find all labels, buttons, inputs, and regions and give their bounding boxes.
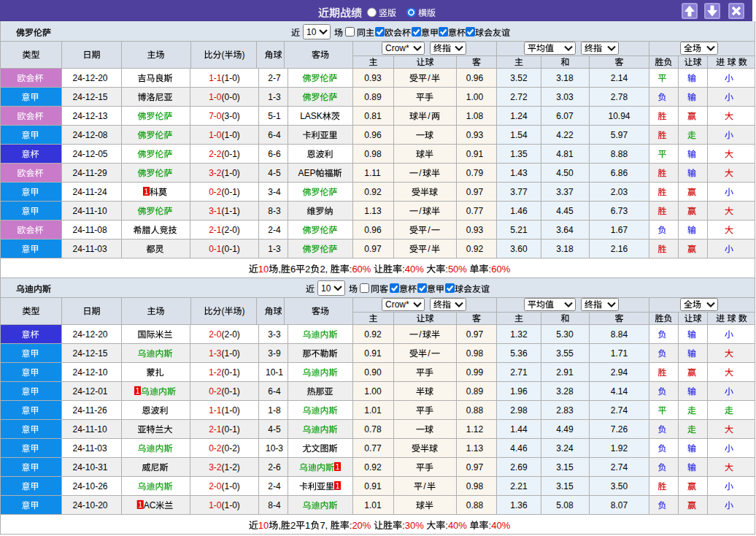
svg-text:2-0: 2-0 — [209, 481, 222, 491]
svg-text:6-4: 6-4 — [268, 386, 281, 397]
svg-text:0.92: 0.92 — [466, 244, 484, 254]
svg-text:1.32: 1.32 — [510, 329, 528, 340]
svg-text:10-3: 10-3 — [266, 443, 283, 453]
svg-text:1.00: 1.00 — [466, 92, 484, 102]
svg-text:4.22: 4.22 — [556, 130, 574, 140]
svg-text:3.24: 3.24 — [556, 443, 574, 453]
svg-text:1.11: 1.11 — [364, 168, 381, 178]
svg-text:24-12-15: 24-12-15 — [73, 348, 108, 359]
svg-text:2.69: 2.69 — [510, 462, 528, 472]
svg-text:0.93: 0.93 — [466, 130, 484, 140]
svg-text:2-7: 2-7 — [268, 73, 281, 83]
svg-text:4.14: 4.14 — [611, 386, 628, 397]
svg-text:3.15: 3.15 — [556, 481, 574, 491]
svg-text:3.18: 3.18 — [556, 244, 574, 254]
svg-text:0.88: 0.88 — [466, 500, 484, 510]
svg-text:0.97: 0.97 — [466, 329, 484, 340]
svg-text:24-12-15: 24-12-15 — [73, 92, 108, 102]
svg-text:0-2: 0-2 — [209, 386, 222, 397]
svg-text:0.91: 0.91 — [364, 481, 382, 491]
svg-text:2: 2 — [290, 520, 296, 531]
svg-text:0.96: 0.96 — [364, 130, 382, 140]
svg-text:6-4: 6-4 — [268, 130, 281, 140]
svg-text:4.50: 4.50 — [556, 168, 574, 178]
svg-text:1: 1 — [135, 386, 139, 395]
svg-text:8-4: 8-4 — [268, 500, 281, 510]
svg-text:1: 1 — [305, 520, 310, 531]
svg-text:(0-2): (0-2) — [222, 443, 240, 453]
svg-text:10-1: 10-1 — [266, 367, 283, 378]
svg-text:3-1: 3-1 — [209, 206, 222, 216]
svg-text:40%: 40% — [491, 520, 510, 531]
svg-text:24-11-10: 24-11-10 — [73, 206, 107, 216]
svg-text:(0-0): (0-0) — [222, 92, 240, 102]
svg-text:0.97: 0.97 — [466, 187, 484, 197]
svg-text:0.96: 0.96 — [466, 73, 484, 83]
svg-text:1.92: 1.92 — [611, 443, 628, 453]
svg-text:10: 10 — [321, 283, 331, 294]
svg-text:1-1: 1-1 — [209, 405, 222, 416]
svg-text:5.08: 5.08 — [556, 500, 574, 510]
svg-text:30%: 30% — [405, 520, 424, 531]
svg-text:(1-1): (1-1) — [222, 206, 240, 216]
svg-text:1.00: 1.00 — [364, 386, 382, 397]
svg-text:1.36: 1.36 — [510, 500, 528, 510]
svg-text:(0-1): (0-1) — [222, 386, 240, 397]
svg-text:1-3: 1-3 — [268, 92, 281, 102]
svg-text:Crow*: Crow* — [385, 43, 409, 53]
svg-text:2.91: 2.91 — [556, 367, 574, 378]
svg-text:5.30: 5.30 — [556, 329, 574, 340]
svg-text:,: , — [278, 520, 281, 531]
svg-text:AC: AC — [144, 500, 156, 510]
svg-text:1.01: 1.01 — [364, 500, 382, 510]
svg-text:2.71: 2.71 — [510, 367, 528, 378]
svg-text:2.78: 2.78 — [611, 92, 628, 102]
svg-text:1-8: 1-8 — [268, 405, 281, 416]
svg-text:1-1: 1-1 — [209, 73, 222, 83]
svg-text:2.72: 2.72 — [510, 92, 528, 102]
svg-text:0.88: 0.88 — [466, 405, 484, 416]
svg-text:0.98: 0.98 — [364, 149, 382, 159]
svg-text:(: ( — [222, 50, 225, 60]
svg-text:24-11-24: 24-11-24 — [73, 187, 107, 197]
svg-text:24-11-10: 24-11-10 — [73, 424, 107, 434]
svg-text:0.96: 0.96 — [364, 225, 382, 235]
svg-text:1.35: 1.35 — [510, 149, 528, 159]
svg-text:2.14: 2.14 — [611, 73, 628, 83]
svg-text:50%: 50% — [448, 264, 467, 275]
svg-text:2-4: 2-4 — [268, 481, 281, 491]
svg-text:1-0: 1-0 — [209, 130, 222, 140]
svg-text:3.55: 3.55 — [556, 348, 574, 359]
svg-text:0.90: 0.90 — [364, 367, 382, 378]
svg-text:(1-0): (1-0) — [222, 481, 240, 491]
svg-text:3.37: 3.37 — [556, 187, 574, 197]
svg-text:24-12-05: 24-12-05 — [73, 149, 108, 159]
svg-text:1: 1 — [144, 187, 148, 196]
svg-text:(0-1): (0-1) — [222, 367, 240, 378]
svg-text:20%: 20% — [352, 520, 371, 531]
svg-text:2.21: 2.21 — [510, 481, 528, 491]
svg-text:6.73: 6.73 — [611, 206, 628, 216]
svg-text:0.91: 0.91 — [364, 348, 382, 359]
svg-text:2.94: 2.94 — [611, 367, 628, 378]
svg-text:0.98: 0.98 — [466, 348, 484, 359]
svg-text:3.50: 3.50 — [611, 481, 628, 491]
svg-text:3.15: 3.15 — [556, 462, 574, 472]
svg-text:0-2: 0-2 — [209, 187, 222, 197]
svg-text:40%: 40% — [405, 264, 424, 275]
svg-text:0-1: 0-1 — [209, 244, 222, 254]
svg-text:0.78: 0.78 — [364, 424, 382, 434]
svg-text:0.92: 0.92 — [364, 462, 382, 472]
svg-text:1-3: 1-3 — [268, 244, 281, 254]
svg-text:1-2: 1-2 — [209, 367, 222, 378]
svg-text:1.13: 1.13 — [364, 206, 382, 216]
svg-text:10.94: 10.94 — [609, 111, 630, 121]
svg-text:2,: 2, — [320, 264, 328, 275]
svg-text:24-12-20: 24-12-20 — [73, 73, 108, 83]
svg-text:4-5: 4-5 — [268, 168, 281, 178]
svg-text:24-12-13: 24-12-13 — [73, 111, 108, 121]
svg-text:0.89: 0.89 — [466, 386, 484, 397]
svg-text:5.97: 5.97 — [611, 130, 628, 140]
svg-text:2-0: 2-0 — [209, 329, 222, 340]
svg-text:(1-0): (1-0) — [222, 130, 240, 140]
